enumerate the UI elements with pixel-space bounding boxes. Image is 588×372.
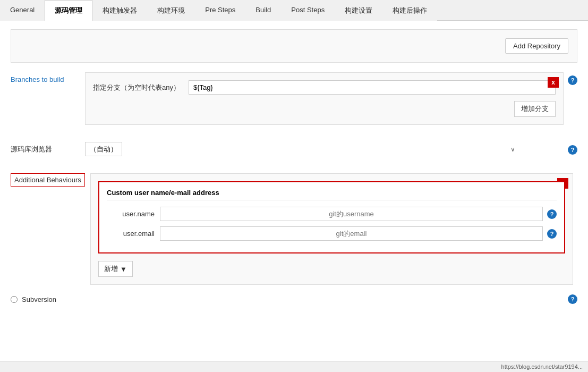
behaviour-card-title: Custom user name/e-mail address [107, 189, 557, 200]
branches-row: Branches to build x 指定分支（为空时代表any） 增加分支 … [11, 72, 577, 134]
source-browser-row: 源码库浏览器 （自动） ∨ ? [11, 142, 577, 166]
branch-field-label: 指定分支（为空时代表any） [93, 83, 189, 92]
chevron-down-icon: ∨ [510, 146, 515, 153]
footer-bar: https://blog.csdn.net/star9194... [0, 361, 588, 372]
username-field-label: user.name [107, 210, 160, 218]
email-input[interactable] [160, 226, 543, 241]
tab-env[interactable]: 构建环境 [147, 0, 195, 21]
subversion-radio[interactable] [11, 296, 18, 303]
email-help-icon[interactable]: ? [547, 229, 557, 239]
additional-behaviours-content: x Custom user name/e-mail address user.n… [90, 173, 573, 285]
repo-section: Add Repository [11, 29, 577, 63]
tab-presteps[interactable]: Pre Steps [195, 0, 245, 21]
tab-trigger[interactable]: 构建触发器 [92, 0, 147, 21]
tab-settings[interactable]: 构建设置 [335, 0, 382, 21]
tab-postbuild[interactable]: 构建后操作 [382, 0, 437, 21]
branch-input[interactable] [189, 80, 556, 95]
dropdown-arrow-icon: ▼ [120, 265, 127, 273]
tab-general[interactable]: General [0, 0, 45, 21]
footer-url: https://blog.csdn.net/star9194... [501, 363, 583, 370]
tab-poststeps[interactable]: Post Steps [281, 0, 335, 21]
branches-label: Branches to build [11, 72, 85, 83]
source-browser-help-icon[interactable]: ? [568, 145, 577, 155]
tab-source[interactable]: 源码管理 [45, 0, 92, 21]
add-repository-button[interactable]: Add Repository [505, 38, 568, 54]
behaviour-card: Custom user name/e-mail address user.nam… [98, 181, 565, 253]
username-help-icon[interactable]: ? [547, 209, 557, 219]
branches-inner: 指定分支（为空时代表any） [93, 80, 556, 95]
email-field-label: user.email [107, 230, 160, 238]
subversion-row: Subversion ? [11, 294, 577, 304]
subversion-help-icon[interactable]: ? [568, 294, 577, 304]
branches-help-icon[interactable]: ? [568, 75, 577, 85]
add-branch-button[interactable]: 增加分支 [514, 101, 556, 117]
username-input[interactable] [160, 207, 543, 221]
new-add-label: 新增 [104, 264, 118, 274]
username-field-row: user.name ? [107, 207, 557, 221]
source-browser-select-wrapper: （自动） ∨ [85, 142, 521, 156]
content-area: Add Repository Branches to build x 指定分支（… [0, 21, 588, 361]
new-add-button[interactable]: 新增 ▼ [98, 261, 133, 277]
additional-behaviours-row: Additional Behaviours x Custom user name… [11, 173, 577, 285]
subversion-label: Subversion [22, 295, 56, 303]
source-browser-select[interactable]: （自动） [85, 142, 122, 156]
branches-control: x 指定分支（为空时代表any） 增加分支 [85, 72, 564, 125]
tab-bar: General 源码管理 构建触发器 构建环境 Pre Steps Build … [0, 0, 588, 21]
tab-build[interactable]: Build [245, 0, 281, 21]
additional-behaviours-label: Additional Behaviours [11, 173, 85, 187]
source-browser-label: 源码库浏览器 [11, 145, 85, 154]
branches-remove-button[interactable]: x [548, 77, 559, 88]
email-field-row: user.email ? [107, 226, 557, 241]
